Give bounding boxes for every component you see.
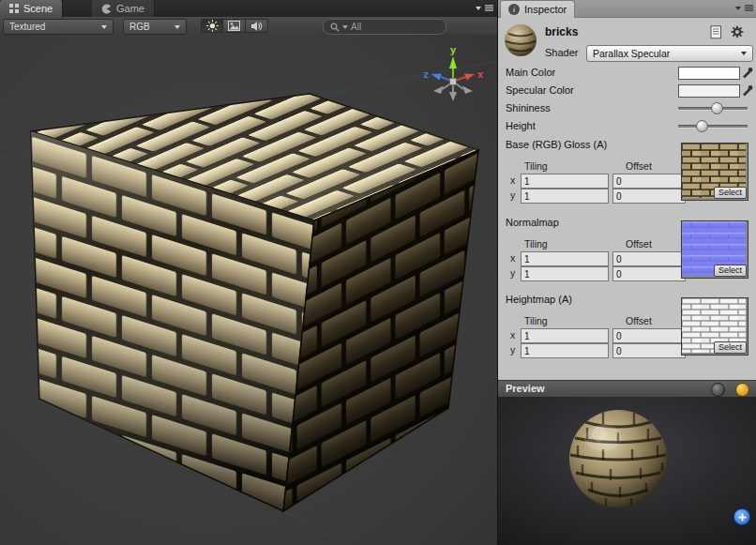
y-axis-label: y: [510, 189, 515, 201]
shader-label: Shader: [545, 47, 578, 58]
render-mode-dropdown[interactable]: RGB: [123, 19, 187, 35]
draw-mode-dropdown[interactable]: Textured: [3, 19, 113, 35]
tab-inspector[interactable]: i Inspector: [500, 0, 575, 18]
preview-model-button[interactable]: [711, 383, 725, 397]
tab-game-label: Game: [116, 3, 144, 14]
x-axis-label: x: [510, 174, 515, 186]
dropdown-arrow-icon: [476, 7, 481, 10]
eyedropper-icon[interactable]: [741, 83, 753, 97]
gizmo-x-label: x: [477, 68, 484, 80]
normalmap-x-tiling-input[interactable]: [521, 251, 609, 266]
doc-icon[interactable]: [710, 25, 722, 39]
heightmap-texture-select-button[interactable]: Select: [714, 341, 747, 354]
audio-toggle-button[interactable]: [246, 19, 268, 33]
height-row: Height: [498, 119, 756, 134]
base-texture-select-button[interactable]: Select: [714, 187, 747, 199]
scene-tab-menu[interactable]: [476, 4, 493, 12]
heightmap-x-offset-input[interactable]: [612, 328, 686, 343]
gizmo-z-label: z: [424, 68, 430, 80]
specular-color-swatch[interactable]: [678, 84, 740, 98]
scene-tabstrip: Scene Game: [0, 0, 497, 18]
dropdown-arrow-icon: [735, 7, 741, 10]
tiling-header: Tiling: [524, 160, 548, 172]
offset-header: Offset: [626, 238, 652, 250]
inspector-panel: i Inspector: [497, 0, 756, 545]
scene-search-field[interactable]: All: [323, 19, 446, 35]
section-title: Base (RGB) Gloss (A): [506, 139, 607, 150]
preview-header[interactable]: Preview: [498, 380, 756, 399]
y-axis-label: y: [510, 267, 515, 279]
normalmap-texture-thumbnail[interactable]: Select: [681, 220, 748, 279]
offset-header: Offset: [626, 315, 652, 326]
gizmo-center-cube: [450, 79, 457, 85]
unity-editor-window: Scene Game Textured RGB: [0, 0, 756, 545]
gizmo-y-label: y: [450, 44, 457, 55]
image-icon: [228, 21, 240, 31]
heightmap-y-tiling-input[interactable]: [521, 343, 609, 358]
specular-color-label: Specular Color: [506, 84, 574, 96]
normalmap-y-tiling-input[interactable]: [521, 266, 609, 281]
info-icon: i: [508, 4, 520, 15]
scene-viewport[interactable]: y x z: [0, 35, 497, 545]
draw-mode-value: Textured: [9, 22, 45, 32]
plus-icon: [738, 513, 747, 522]
scene-grid-icon: [9, 4, 19, 13]
specular-color-row: Specular Color: [498, 83, 756, 98]
game-icon: [101, 4, 112, 14]
shader-dropdown[interactable]: Parallax Specular: [586, 45, 753, 62]
heightmap-x-tiling-input[interactable]: [521, 328, 609, 343]
height-slider[interactable]: [678, 119, 748, 132]
scene-panel: Scene Game Textured RGB: [0, 0, 497, 545]
shininess-row: Shininess: [498, 101, 756, 116]
skybox-toggle-button[interactable]: [223, 19, 246, 33]
section-title: Normalmap: [506, 217, 559, 228]
dropdown-arrow-icon: [101, 25, 107, 29]
height-label: Height: [506, 120, 536, 131]
shininess-slider[interactable]: [678, 101, 748, 114]
inspector-tabstrip: i Inspector: [498, 0, 756, 18]
material-header: bricks Shader Parallax Specular: [498, 19, 756, 62]
dropdown-arrow-icon: [174, 25, 180, 29]
preview-canvas[interactable]: [498, 397, 756, 545]
search-icon: [330, 23, 340, 32]
gear-icon[interactable]: [731, 25, 744, 38]
material-name: bricks: [545, 25, 578, 38]
height-slider-thumb[interactable]: [696, 120, 708, 132]
shader-value: Parallax Specular: [593, 48, 670, 59]
base-texture-thumbnail[interactable]: Select: [681, 143, 748, 201]
render-mode-value: RGB: [129, 22, 150, 32]
texture-section-base: Base (RGB) Gloss (A) Tiling Offset x y: [498, 139, 756, 206]
base-x-offset-input[interactable]: [612, 174, 686, 189]
hamburger-icon: [745, 4, 753, 12]
inspector-tab-menu[interactable]: [735, 4, 753, 12]
base-x-tiling-input[interactable]: [521, 174, 609, 189]
tiling-header: Tiling: [524, 238, 548, 250]
texture-section-heightmap: Heightmap (A) Tiling Offset x y: [498, 294, 756, 361]
base-y-tiling-input[interactable]: [521, 189, 609, 204]
x-axis-label: x: [510, 252, 515, 264]
section-title: Heightmap (A): [506, 294, 572, 305]
heightmap-y-offset-input[interactable]: [612, 343, 686, 358]
preview-lighting-button[interactable]: [735, 383, 749, 397]
tab-inspector-label: Inspector: [524, 4, 567, 15]
normalmap-y-offset-input[interactable]: [612, 266, 686, 281]
shininess-label: Shininess: [506, 102, 551, 114]
search-filter-arrow-icon: [342, 25, 348, 29]
main-color-swatch[interactable]: [678, 67, 740, 80]
tab-scene[interactable]: Scene: [0, 0, 63, 17]
preview-title: Preview: [506, 383, 545, 394]
scene-toolbar: Textured RGB: [0, 17, 497, 36]
dropdown-arrow-icon: [741, 52, 747, 55]
normalmap-texture-select-button[interactable]: Select: [714, 265, 747, 277]
speaker-icon: [250, 21, 263, 32]
main-color-row: Main Color: [498, 66, 756, 81]
base-y-offset-input[interactable]: [612, 189, 686, 204]
tab-game[interactable]: Game: [92, 0, 155, 17]
preview-add-button[interactable]: [733, 508, 750, 525]
lighting-toggle-button[interactable]: [201, 19, 223, 33]
shininess-slider-thumb[interactable]: [711, 102, 723, 114]
eyedropper-icon[interactable]: [741, 66, 753, 79]
heightmap-texture-thumbnail[interactable]: Select: [681, 297, 748, 356]
search-filter-label: All: [351, 22, 361, 32]
normalmap-x-offset-input[interactable]: [612, 251, 686, 266]
